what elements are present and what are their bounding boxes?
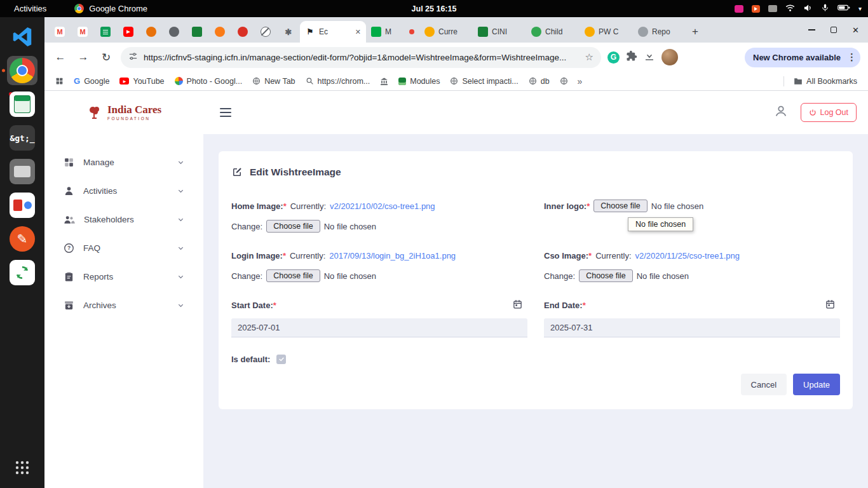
display-indicator-icon[interactable] xyxy=(768,5,777,12)
bookmark-chrome-url[interactable]: https://chrom... xyxy=(301,75,375,88)
network-icon[interactable] xyxy=(785,4,795,14)
browser-menu-kebab-icon[interactable]: ⋮ xyxy=(847,51,857,63)
tab-dark[interactable] xyxy=(163,21,186,43)
all-bookmarks-button[interactable]: All Bookmarks xyxy=(789,75,862,88)
tab-close-icon[interactable]: ✕ xyxy=(355,28,361,36)
dock-libreoffice-calc[interactable] xyxy=(7,90,37,119)
bookmarks-overflow-chevron[interactable]: » xyxy=(574,76,587,86)
show-apps-button[interactable] xyxy=(7,452,37,483)
system-tray[interactable]: ▾ xyxy=(735,3,862,14)
tab-sheets[interactable] xyxy=(94,21,117,43)
sidebar-item-manage[interactable]: Manage xyxy=(44,148,203,177)
close-window-button[interactable]: ✕ xyxy=(852,25,859,35)
battery-icon[interactable] xyxy=(837,4,850,13)
home-image-choose-file-button[interactable]: Choose file xyxy=(266,220,320,233)
end-date-input[interactable] xyxy=(544,318,840,337)
tab-gear[interactable]: ✱ xyxy=(277,21,300,43)
logout-button[interactable]: Log Out xyxy=(801,103,857,122)
inner-logo-choose-file-button[interactable]: Choose file xyxy=(593,200,648,212)
tab-red[interactable] xyxy=(231,21,254,43)
question-circle-icon: ? xyxy=(64,243,74,254)
maximize-button[interactable] xyxy=(831,27,837,33)
calendar-icon[interactable] xyxy=(513,299,522,311)
login-image-choose-file-button[interactable]: Choose file xyxy=(266,269,320,282)
tab-child[interactable]: Child xyxy=(526,21,580,43)
tab-gmail-1[interactable]: M xyxy=(48,21,71,43)
calendar-icon[interactable] xyxy=(825,299,835,311)
extensions-puzzle-icon[interactable] xyxy=(626,50,637,64)
sidebar-item-reports[interactable]: Reports xyxy=(44,262,203,291)
dock-terminal[interactable]: &gt;_ xyxy=(7,123,37,152)
user-profile-icon[interactable] xyxy=(774,104,788,121)
change-label: Change: xyxy=(231,271,262,281)
microphone-icon[interactable] xyxy=(821,3,829,14)
sidebar-item-stakeholders[interactable]: Stakeholders xyxy=(44,205,203,234)
tab-orange-1[interactable] xyxy=(140,21,163,43)
url-text[interactable]: https://icfnv5-staging.icfn.in/manage-se… xyxy=(144,53,580,62)
bookmark-photos[interactable]: Photo - Googl... xyxy=(170,75,247,88)
bookmark-db[interactable]: db xyxy=(524,75,554,88)
bookmark-star-icon[interactable]: ☆ xyxy=(585,51,593,63)
downloads-icon[interactable] xyxy=(644,50,655,64)
site-logo[interactable]: India Cares FOUNDATION xyxy=(44,104,203,121)
back-button[interactable]: ← xyxy=(52,49,69,65)
minimize-button[interactable] xyxy=(808,29,815,30)
dock-presentation[interactable] xyxy=(7,191,37,220)
tab-cini[interactable]: CINI xyxy=(473,21,526,43)
cancel-button[interactable]: Cancel xyxy=(741,374,787,395)
dock-recycle[interactable] xyxy=(7,258,37,287)
new-tab-button[interactable]: + xyxy=(686,23,704,41)
cso-image-current-link[interactable]: v2/2020/11/25/cso-tree1.png xyxy=(635,251,740,261)
start-date-input[interactable] xyxy=(231,318,527,337)
bookmark-globe[interactable] xyxy=(555,75,573,87)
tab-gmail-2[interactable]: M xyxy=(71,21,94,43)
is-default-checkbox[interactable] xyxy=(276,355,286,364)
plant-icon xyxy=(398,78,406,85)
chrome-update-chip[interactable]: New Chrome available ⋮ xyxy=(745,48,860,67)
home-image-current-link[interactable]: v2/2021/10/02/cso-tree1.png xyxy=(330,201,435,211)
login-image-current-link[interactable]: 2017/09/13/login_bg_2iH1oa1.png xyxy=(329,251,456,261)
dock-pen[interactable]: ✎ xyxy=(7,224,37,254)
show-apps-icon xyxy=(15,460,30,475)
bookmark-select-impact[interactable]: Select impacti... xyxy=(445,75,522,88)
sidebar-toggle-hamburger-icon[interactable] xyxy=(220,108,231,118)
clock[interactable]: Jul 25 16:15 xyxy=(412,4,457,13)
grammarly-extension-icon[interactable]: G xyxy=(607,51,620,64)
forward-button[interactable]: → xyxy=(75,49,92,65)
sidebar-item-faq[interactable]: ? FAQ xyxy=(44,234,203,262)
reload-button[interactable]: ↻ xyxy=(98,49,114,65)
tab-slash[interactable] xyxy=(254,21,277,43)
bookmark-google[interactable]: GGoogle xyxy=(69,74,114,88)
bookmark-new-tab[interactable]: New Tab xyxy=(248,75,299,88)
tab-current[interactable]: Curre xyxy=(419,21,473,43)
tab-youtube[interactable]: ▶ xyxy=(117,21,140,43)
screencast-indicator-icon[interactable] xyxy=(752,5,760,13)
sidebar-item-archives[interactable]: Archives xyxy=(44,291,203,320)
profile-avatar[interactable] xyxy=(661,49,678,65)
chevron-down-icon xyxy=(177,216,184,223)
focused-app-menu[interactable]: Google Chrome xyxy=(74,4,147,13)
gear-icon: ✱ xyxy=(283,27,294,37)
address-bar[interactable]: https://icfnv5-staging.icfn.in/manage-se… xyxy=(121,47,601,68)
bookmark-youtube[interactable]: ▶YouTube xyxy=(115,75,168,88)
dock-utility[interactable] xyxy=(7,157,37,186)
activities-button[interactable]: Activities xyxy=(14,4,46,13)
tab-green-square[interactable] xyxy=(186,21,208,43)
dock-chrome[interactable] xyxy=(7,56,37,85)
site-settings-icon[interactable] xyxy=(128,51,138,63)
tab-edit-form-active[interactable]: ⚑ Ec ✕ xyxy=(300,21,366,43)
volume-icon[interactable] xyxy=(803,4,813,14)
cso-image-choose-file-button[interactable]: Choose file xyxy=(579,269,633,282)
tab-orange-2[interactable] xyxy=(208,21,231,43)
dock-vscode[interactable] xyxy=(7,22,37,51)
tab-meet[interactable]: M xyxy=(366,21,419,43)
update-button[interactable]: Update xyxy=(793,374,840,395)
bookmark-modules[interactable]: Modules xyxy=(394,75,444,88)
tab-repo[interactable]: Repo xyxy=(633,21,686,43)
tab-pw[interactable]: PW C xyxy=(580,21,633,43)
bookmark-bank[interactable] xyxy=(376,76,393,87)
screenshot-indicator-icon[interactable] xyxy=(735,5,743,13)
sidebar-item-activities[interactable]: Activities xyxy=(44,177,203,205)
bookmark-apps-grid[interactable] xyxy=(51,75,68,87)
end-date-label: End Date:* xyxy=(544,301,586,310)
